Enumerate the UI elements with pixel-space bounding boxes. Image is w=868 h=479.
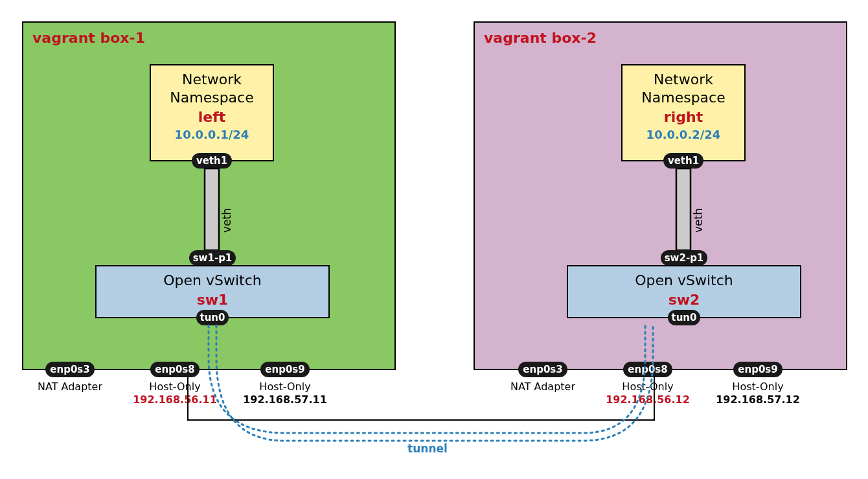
svg-text:10.0.0.2/24: 10.0.0.2/24: [646, 128, 721, 141]
svg-text:Host-Only: Host-Only: [732, 380, 783, 393]
svg-text:enp0s3: enp0s3: [523, 364, 562, 375]
svg-text:Open vSwitch: Open vSwitch: [635, 272, 733, 288]
svg-text:Namespace: Namespace: [641, 89, 725, 106]
svg-text:enp0s8: enp0s8: [628, 364, 667, 375]
pill-sw1p1-text: sw1-p1: [193, 252, 233, 264]
svg-text:192.168.57.11: 192.168.57.11: [243, 393, 327, 406]
if-enp0s3-right: enp0s3 NAT Adapter: [510, 362, 575, 393]
box2-title: vagrant box-2: [484, 30, 597, 46]
pill-veth1-left-text: veth1: [196, 155, 227, 167]
diagram-canvas: vagrant box-1 Network Namespace left 10.…: [0, 0, 868, 479]
svg-text:enp0s9: enp0s9: [738, 364, 777, 375]
svg-text:enp0s3: enp0s3: [50, 364, 89, 375]
tunnel-label: tunnel: [407, 442, 448, 455]
svg-text:NAT Adapter: NAT Adapter: [38, 380, 102, 393]
svg-text:192.168.57.12: 192.168.57.12: [716, 393, 800, 406]
svg-text:Host-Only: Host-Only: [622, 380, 673, 393]
sw1-title: Open vSwitch: [163, 272, 262, 288]
ns-left-ip: 10.0.0.1/24: [175, 128, 249, 141]
svg-text:veth: veth: [692, 208, 705, 233]
namespace-left: Network Namespace left 10.0.0.1/24 veth1: [150, 65, 273, 169]
svg-text:veth1: veth1: [668, 155, 699, 167]
ns-left-line1: Network: [182, 71, 242, 88]
namespace-right: Network Namespace right 10.0.0.2/24 veth…: [622, 65, 745, 169]
svg-text:Host-Only: Host-Only: [259, 380, 310, 393]
svg-text:sw2: sw2: [668, 292, 700, 308]
svg-text:enp0s9: enp0s9: [265, 364, 304, 375]
vagrant-box-2: vagrant box-2 Network Namespace right 10…: [474, 22, 847, 406]
svg-text:NAT Adapter: NAT Adapter: [510, 380, 575, 393]
if-enp0s3-left: enp0s3 NAT Adapter: [38, 362, 102, 393]
svg-rect-2: [205, 169, 219, 250]
svg-text:192.168.56.12: 192.168.56.12: [606, 393, 690, 406]
pill-tun0-left-text: tun0: [200, 312, 225, 323]
veth-label-left: veth: [220, 208, 233, 233]
svg-text:right: right: [664, 109, 703, 125]
ns-left-line2: Namespace: [170, 89, 253, 106]
svg-text:Network: Network: [654, 71, 713, 88]
ns-left-name: left: [198, 109, 226, 125]
svg-text:Host-Only: Host-Only: [149, 380, 200, 393]
svg-text:192.168.56.11: 192.168.56.11: [133, 393, 217, 406]
svg-text:tun0: tun0: [672, 312, 697, 323]
svg-rect-23: [676, 169, 691, 250]
box1-title: vagrant box-1: [32, 30, 145, 46]
svg-text:sw2-p1: sw2-p1: [665, 252, 704, 264]
sw1-name: sw1: [197, 292, 229, 308]
svg-text:enp0s8: enp0s8: [155, 364, 194, 375]
